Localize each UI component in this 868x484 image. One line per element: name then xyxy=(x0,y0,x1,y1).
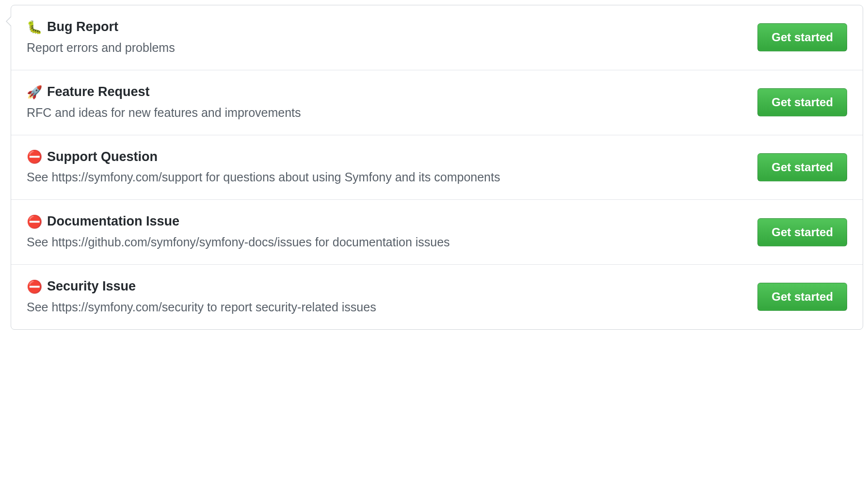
bug-icon: 🐛 xyxy=(27,21,42,33)
get-started-button[interactable]: Get started xyxy=(757,283,847,311)
get-started-button[interactable]: Get started xyxy=(757,218,847,246)
template-item-feature-request: 🚀 Feature Request RFC and ideas for new … xyxy=(11,70,863,135)
template-title-row: 🚀 Feature Request xyxy=(27,84,750,100)
template-title-row: ⛔ Support Question xyxy=(27,149,750,165)
template-name: Security Issue xyxy=(47,278,136,295)
no-entry-icon: ⛔ xyxy=(27,150,42,163)
get-started-button[interactable]: Get started xyxy=(757,23,847,51)
template-text: ⛔ Documentation Issue See https://github… xyxy=(27,213,750,251)
template-item-documentation-issue: ⛔ Documentation Issue See https://github… xyxy=(11,200,863,265)
no-entry-icon: ⛔ xyxy=(27,215,42,228)
issue-template-panel: 🐛 Bug Report Report errors and problems … xyxy=(11,5,863,330)
template-description: Report errors and problems xyxy=(27,39,750,56)
template-description: See https://symfony.com/security to repo… xyxy=(27,299,750,316)
template-text: ⛔ Security Issue See https://symfony.com… xyxy=(27,278,750,316)
template-description: RFC and ideas for new features and impro… xyxy=(27,104,750,121)
template-title-row: ⛔ Documentation Issue xyxy=(27,213,750,230)
get-started-button[interactable]: Get started xyxy=(757,153,847,181)
template-description: See https://github.com/symfony/symfony-d… xyxy=(27,234,750,251)
template-text: ⛔ Support Question See https://symfony.c… xyxy=(27,149,750,186)
template-text: 🐛 Bug Report Report errors and problems xyxy=(27,19,750,56)
template-title-row: 🐛 Bug Report xyxy=(27,19,750,35)
template-name: Documentation Issue xyxy=(47,213,179,230)
template-name: Feature Request xyxy=(47,84,150,100)
template-description: See https://symfony.com/support for ques… xyxy=(27,169,750,186)
template-name: Support Question xyxy=(47,149,158,165)
template-item-security-issue: ⛔ Security Issue See https://symfony.com… xyxy=(11,265,863,329)
template-name: Bug Report xyxy=(47,19,118,35)
no-entry-icon: ⛔ xyxy=(27,280,42,293)
template-text: 🚀 Feature Request RFC and ideas for new … xyxy=(27,84,750,121)
template-title-row: ⛔ Security Issue xyxy=(27,278,750,295)
template-item-bug-report: 🐛 Bug Report Report errors and problems … xyxy=(11,5,863,70)
get-started-button[interactable]: Get started xyxy=(757,88,847,116)
rocket-icon: 🚀 xyxy=(27,86,42,98)
template-item-support-question: ⛔ Support Question See https://symfony.c… xyxy=(11,135,863,200)
